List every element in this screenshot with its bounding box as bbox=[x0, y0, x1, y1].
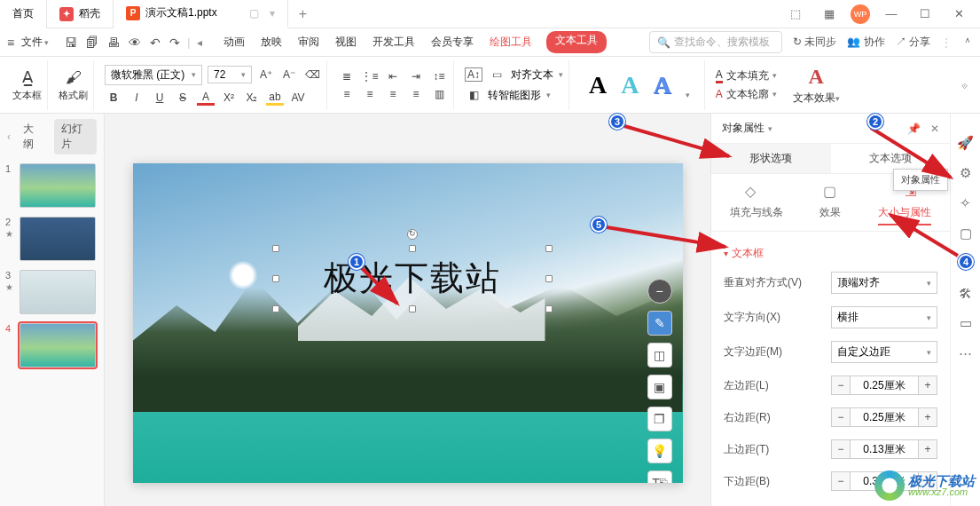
resize-handle-bm[interactable] bbox=[409, 305, 416, 312]
tab-review[interactable]: 审阅 bbox=[296, 31, 321, 53]
textbox-icon[interactable]: A̲ bbox=[22, 67, 33, 87]
wordart-style-1[interactable]: A bbox=[589, 71, 607, 99]
text-tool-icon[interactable]: T⎘ bbox=[647, 470, 672, 483]
panel-icon-effect[interactable]: ▢ bbox=[823, 183, 836, 200]
rail-tools-icon[interactable]: 🛠 bbox=[959, 286, 972, 301]
text-fill-button[interactable]: A文本填充▾ bbox=[716, 68, 777, 83]
sync-status[interactable]: ↻ 未同步 bbox=[793, 35, 836, 50]
tab-drawing-tools[interactable]: 绘图工具 bbox=[488, 31, 534, 53]
wordart-style-2[interactable]: A bbox=[621, 71, 639, 99]
rail-sparkle-icon[interactable]: ✧ bbox=[960, 195, 971, 211]
tab-anim[interactable]: 动画 bbox=[222, 31, 247, 53]
resize-handle-ml[interactable] bbox=[272, 275, 279, 282]
strike-button[interactable]: S bbox=[174, 91, 192, 104]
subtab-effect[interactable]: 效果 bbox=[819, 205, 841, 225]
text-effects-icon[interactable]: A bbox=[809, 65, 824, 89]
text-effects-label[interactable]: 文本效果▾ bbox=[793, 91, 840, 106]
tab-vip[interactable]: 会员专享 bbox=[429, 31, 475, 53]
tab-document[interactable]: P演示文稿1.pptx ▢ ▾ bbox=[114, 0, 288, 28]
panel-icon-fill[interactable]: ◇ bbox=[745, 183, 756, 200]
tab-doke[interactable]: ✦稻壳 bbox=[47, 0, 114, 28]
text-outline-button[interactable]: A文本轮廓▾ bbox=[716, 87, 777, 102]
left-margin-input[interactable] bbox=[851, 376, 918, 395]
resize-handle-bl[interactable] bbox=[272, 305, 279, 312]
save-icon[interactable]: 🖫 bbox=[65, 36, 77, 50]
user-avatar[interactable]: WP bbox=[851, 4, 870, 24]
textbox-text[interactable]: 极光下载站 bbox=[276, 249, 549, 301]
print-icon[interactable]: 🖶 bbox=[107, 36, 120, 50]
panel-tab-shape[interactable]: 形状选项 bbox=[711, 144, 831, 173]
layout-icon[interactable]: ⬚ bbox=[783, 2, 808, 27]
resize-handle-mr[interactable] bbox=[545, 275, 553, 282]
save-as-icon[interactable]: 🗐 bbox=[86, 36, 98, 50]
idea-icon[interactable]: 💡 bbox=[647, 439, 672, 463]
subtab-size[interactable]: 大小与属性 bbox=[878, 205, 931, 225]
ribbon-start-icon[interactable]: ◂ bbox=[197, 36, 202, 49]
rail-library-icon[interactable]: ▭ bbox=[960, 315, 972, 331]
rail-settings-icon[interactable]: ⚙ bbox=[960, 165, 971, 181]
textbox-label[interactable]: 文本框 bbox=[12, 89, 42, 102]
text-align-vert-icon[interactable]: ▭ bbox=[488, 68, 506, 81]
wordart-more-icon[interactable]: ▾ bbox=[686, 91, 690, 99]
command-search[interactable]: 🔍查找命令、搜索模板 bbox=[649, 31, 782, 53]
ribbon-overflow[interactable]: ⟐ bbox=[956, 79, 973, 91]
valign-select[interactable]: 顶端对齐▾ bbox=[831, 272, 937, 294]
tab-menu-icon[interactable]: ▾ bbox=[270, 7, 275, 20]
thumb-2[interactable]: 2★ bbox=[5, 217, 98, 261]
collab-button[interactable]: 👥 协作 bbox=[847, 35, 884, 50]
top-margin-input[interactable] bbox=[851, 439, 918, 459]
subscript-button[interactable]: X₂ bbox=[243, 91, 261, 104]
resize-handle-tl[interactable] bbox=[272, 245, 279, 252]
bullets-button[interactable]: ≣ bbox=[338, 70, 356, 83]
right-margin-dec[interactable]: − bbox=[831, 407, 851, 427]
top-margin-dec[interactable]: − bbox=[831, 439, 851, 459]
slide-canvas[interactable]: 极光下载站 − ✎ ◫ ▣ ❐ 💡 T⎘ bbox=[105, 114, 710, 506]
tab-text-tools[interactable]: 文本工具 bbox=[546, 31, 607, 53]
thumb-4[interactable]: 4 bbox=[5, 323, 98, 368]
redo-icon[interactable]: ↷ bbox=[169, 36, 180, 50]
layers-icon[interactable]: ❐ bbox=[647, 407, 672, 431]
smart-graphic-icon[interactable]: ◧ bbox=[465, 89, 482, 101]
ribbon-collapse-icon[interactable]: ＾ bbox=[962, 35, 973, 50]
margin-mode-select[interactable]: 自定义边距▾ bbox=[831, 341, 937, 363]
format-painter-label[interactable]: 格式刷 bbox=[59, 89, 88, 102]
top-margin-inc[interactable]: + bbox=[918, 439, 937, 459]
selected-textbox[interactable]: 极光下载站 bbox=[275, 248, 550, 310]
grid-icon[interactable]: ▦ bbox=[817, 2, 842, 27]
right-margin-input[interactable] bbox=[851, 407, 918, 427]
eyedropper-icon[interactable]: ✎ bbox=[647, 311, 672, 336]
outline-tab[interactable]: 大纲 bbox=[16, 119, 49, 154]
resize-handle-tm[interactable] bbox=[409, 245, 416, 252]
superscript-button[interactable]: X² bbox=[220, 91, 238, 104]
present-icon[interactable]: ▢ bbox=[249, 7, 259, 20]
hamburger-icon[interactable]: ≡ bbox=[7, 36, 14, 50]
rail-more-icon[interactable]: ⋯ bbox=[959, 345, 972, 361]
align-right-button[interactable]: ≡ bbox=[384, 88, 402, 100]
grow-font-icon[interactable]: A⁺ bbox=[257, 68, 275, 81]
numbering-button[interactable]: ⋮≡ bbox=[361, 70, 379, 83]
pin-icon[interactable]: 📌 bbox=[907, 123, 921, 135]
right-margin-inc[interactable]: + bbox=[918, 407, 937, 427]
tab-view[interactable]: 视图 bbox=[333, 31, 358, 53]
format-painter-icon[interactable]: 🖌 bbox=[66, 68, 82, 87]
indent-inc-button[interactable]: ⇥ bbox=[407, 70, 425, 83]
align-text-label[interactable]: 对齐文本 bbox=[511, 67, 553, 83]
bold-button[interactable]: B bbox=[105, 91, 122, 104]
panel-title[interactable]: 对象属性▾ bbox=[722, 121, 772, 136]
undo-icon[interactable]: ↶ bbox=[150, 36, 161, 50]
thumb-prev-icon[interactable]: ‹ bbox=[7, 130, 11, 143]
slides-tab[interactable]: 幻灯片 bbox=[54, 119, 97, 154]
char-spacing-button[interactable]: AV bbox=[289, 91, 307, 104]
align-center-button[interactable]: ≡ bbox=[361, 88, 379, 100]
indent-dec-button[interactable]: ⇤ bbox=[384, 70, 402, 83]
rail-rocket-icon[interactable]: 🚀 bbox=[957, 135, 974, 151]
smart-graphic-label[interactable]: 转智能图形 bbox=[488, 88, 541, 103]
italic-button[interactable]: I bbox=[128, 91, 145, 104]
frame-icon[interactable]: ▣ bbox=[647, 375, 672, 399]
zoom-out-icon[interactable]: − bbox=[647, 279, 672, 304]
current-slide[interactable]: 极光下载站 − ✎ ◫ ▣ ❐ 💡 T⎘ bbox=[133, 163, 683, 483]
wordart-style-3[interactable]: A bbox=[653, 71, 670, 99]
resize-handle-br[interactable] bbox=[545, 305, 553, 312]
panel-close-icon[interactable]: ✕ bbox=[930, 123, 939, 135]
tab-show[interactable]: 放映 bbox=[259, 31, 284, 53]
